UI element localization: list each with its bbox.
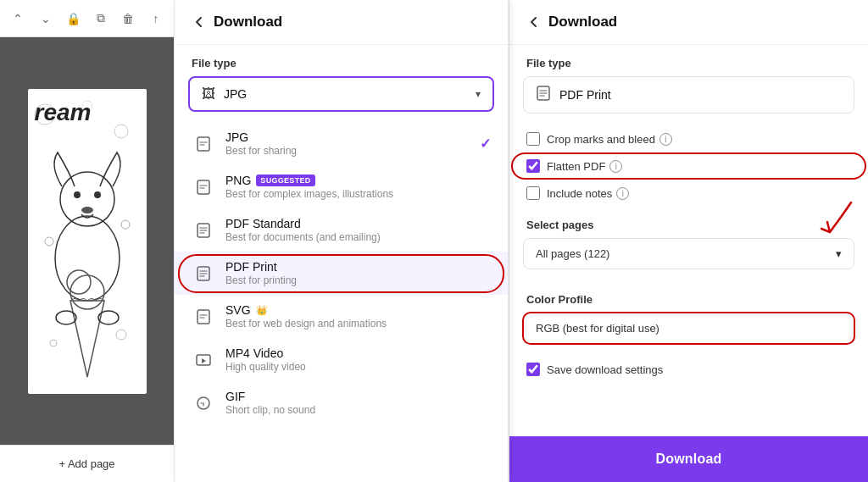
color-profile-box[interactable]: RGB (best for digital use) — [523, 313, 854, 344]
mp4-item-icon — [192, 348, 215, 372]
crop-marks-row: Crop marks and bleed i — [509, 125, 868, 152]
flatten-pdf-row: Flatten PDF i — [509, 152, 868, 180]
pdf-std-name: PDF Standard — [225, 217, 491, 230]
crown-icon: 👑 — [256, 305, 268, 316]
gif-item-desc: Short clip, no sound — [225, 404, 491, 416]
save-settings-checkbox[interactable] — [526, 363, 540, 376]
svg-item-icon — [192, 305, 215, 329]
gif-item-name: GIF — [225, 390, 491, 403]
save-settings-row: Save download settings — [509, 356, 868, 383]
add-page-label: + Add page — [58, 457, 114, 470]
panel-header: Download — [175, 0, 508, 45]
dog-illustration — [28, 89, 147, 394]
svg-item-name: SVG 👑 — [225, 303, 491, 317]
svg-point-9 — [67, 270, 91, 294]
canvas-area: ⌃ ⌄ 🔒 ⧉ 🗑 ↑ ream — [0, 0, 174, 482]
include-notes-checkbox[interactable] — [526, 186, 540, 200]
download-button[interactable]: Download — [509, 436, 868, 482]
include-notes-info-icon[interactable]: i — [616, 187, 629, 200]
jpg-item-info: JPG Best for sharing — [225, 130, 470, 157]
suggested-badge: SUGGESTED — [256, 175, 314, 186]
more-button[interactable]: ↑ — [145, 7, 168, 30]
list-item[interactable]: JPG Best for sharing ✓ — [175, 122, 508, 165]
canvas-image: ream — [28, 89, 147, 394]
selected-filetype-dropdown[interactable]: 🖼 JPG ▾ — [188, 76, 494, 112]
dropdown-panel-title: Download — [214, 14, 282, 30]
jpg-icon: 🖼 — [202, 86, 215, 102]
mp4-item-info: MP4 Video High quality video — [225, 346, 491, 373]
list-item[interactable]: PDF Standard Best for documents (and ema… — [175, 208, 508, 252]
svg-point-11 — [98, 311, 119, 324]
mp4-item-name: MP4 Video — [225, 346, 491, 360]
flatten-pdf-info-icon[interactable]: i — [609, 160, 622, 173]
lock-button[interactable]: 🔒 — [62, 7, 85, 30]
svg-point-15 — [116, 330, 126, 340]
pdf-std-info: PDF Standard Best for documents (and ema… — [225, 217, 491, 243]
svg-point-1 — [114, 125, 128, 138]
back-button[interactable] — [192, 14, 207, 30]
select-pages-label: Select pages — [509, 207, 868, 238]
svg-point-7 — [81, 207, 93, 213]
gif-item-info: GIF Short clip, no sound — [225, 390, 491, 416]
list-item[interactable]: SVG 👑 Best for web design and animations — [175, 295, 508, 338]
svg-point-3 — [55, 216, 120, 301]
filetype-list: JPG Best for sharing ✓ PNG SUGGESTED Bes… — [175, 119, 508, 482]
flatten-pdf-label: Flatten PDF i — [547, 160, 622, 173]
chevron-down-icon: ▾ — [476, 88, 481, 100]
right-panel: Download File type PDF Print Crop marks … — [509, 0, 868, 482]
svg-point-8 — [70, 275, 104, 309]
png-item-info: PNG SUGGESTED Best for complex images, i… — [225, 174, 491, 200]
pdf-std-desc: Best for documents (and emailing) — [225, 231, 491, 243]
list-item[interactable]: GIF Short clip, no sound — [175, 381, 508, 424]
jpg-item-icon — [192, 132, 215, 156]
svg-point-10 — [56, 311, 76, 324]
include-notes-label: Include notes i — [547, 187, 629, 200]
flatten-pdf-checkbox[interactable] — [526, 159, 540, 173]
mp4-item-desc: High quality video — [225, 361, 491, 373]
list-item[interactable]: PNG SUGGESTED Best for complex images, i… — [175, 165, 508, 208]
right-panel-title: Download — [548, 14, 617, 30]
undo-button[interactable]: ⌃ — [7, 7, 30, 30]
right-panel-header: Download — [509, 0, 868, 45]
right-filetype-name: PDF Print — [559, 88, 611, 102]
svg-item-desc: Best for web design and animations — [225, 318, 491, 330]
pdf-print-icon — [192, 262, 215, 285]
dropdown-panel: Download File type 🖼 JPG ▾ JPG Best for … — [174, 0, 509, 482]
right-panel-content: File type PDF Print Crop marks and bleed… — [509, 45, 868, 436]
canvas-toolbar: ⌃ ⌄ 🔒 ⧉ 🗑 ↑ — [0, 0, 174, 37]
pdf-print-desc: Best for printing — [225, 274, 491, 286]
color-profile-value: RGB (best for digital use) — [536, 322, 659, 335]
svg-point-12 — [45, 237, 53, 246]
list-item[interactable]: PDF Print Best for printing — [175, 252, 508, 295]
png-item-desc: Best for complex images, illustrations — [225, 188, 491, 200]
pdf-print-name: PDF Print — [225, 260, 491, 274]
canvas-content: ream — [0, 37, 174, 445]
crop-marks-label: Crop marks and bleed i — [547, 133, 672, 146]
svg-rect-20 — [198, 310, 209, 324]
jpg-item-name: JPG — [225, 130, 470, 144]
svg-point-5 — [74, 191, 81, 198]
right-filetype-box[interactable]: PDF Print — [523, 76, 854, 114]
pages-select-box[interactable]: All pages (122) ▾ — [523, 238, 854, 269]
color-profile-label: Color Profile — [509, 281, 868, 313]
list-item[interactable]: MP4 Video High quality video — [175, 338, 508, 381]
pdf-std-icon — [192, 219, 215, 242]
crop-marks-info-icon[interactable]: i — [659, 133, 672, 146]
selected-filetype-name: JPG — [224, 87, 467, 101]
download-button-container: Download — [509, 436, 868, 482]
add-page-button[interactable]: + Add page — [58, 457, 114, 470]
copy-button[interactable]: ⧉ — [90, 7, 113, 30]
redo-button[interactable]: ⌄ — [35, 7, 58, 30]
svg-rect-16 — [198, 137, 209, 151]
crop-marks-checkbox[interactable] — [526, 132, 540, 146]
svg-rect-17 — [198, 180, 209, 194]
canvas-text: ream — [35, 99, 92, 126]
png-item-name: PNG SUGGESTED — [225, 174, 491, 187]
svg-item-info: SVG 👑 Best for web design and animations — [225, 303, 491, 330]
pdf-print-info: PDF Print Best for printing — [225, 260, 491, 286]
pages-value: All pages (122) — [536, 247, 609, 260]
delete-button[interactable]: 🗑 — [117, 7, 140, 30]
include-notes-row: Include notes i — [509, 180, 868, 207]
right-back-button[interactable] — [526, 14, 542, 30]
svg-point-6 — [94, 191, 101, 198]
